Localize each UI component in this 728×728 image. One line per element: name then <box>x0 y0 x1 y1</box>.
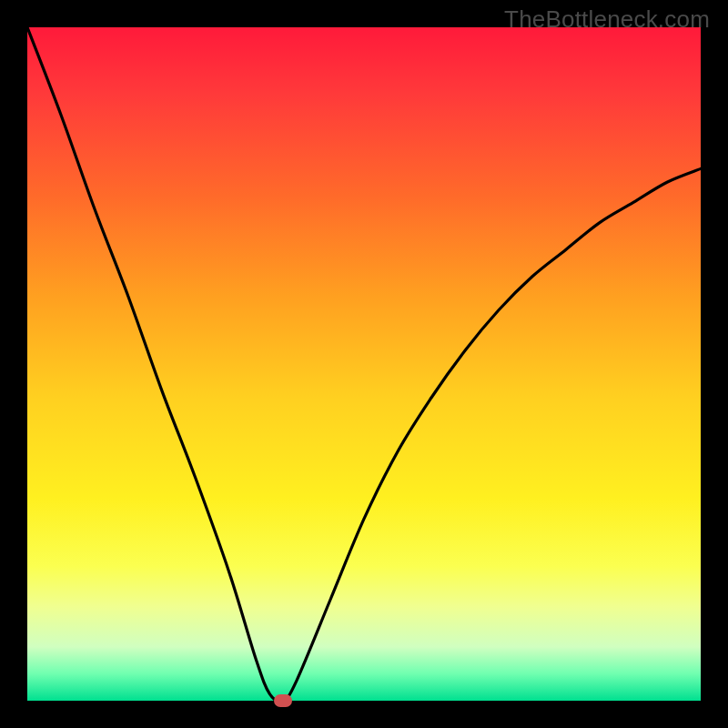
chart-frame: TheBottleneck.com <box>0 0 728 728</box>
bottleneck-curve <box>27 27 701 701</box>
plot-area <box>27 27 701 701</box>
curve-svg <box>27 27 701 701</box>
minimum-marker <box>274 694 292 707</box>
